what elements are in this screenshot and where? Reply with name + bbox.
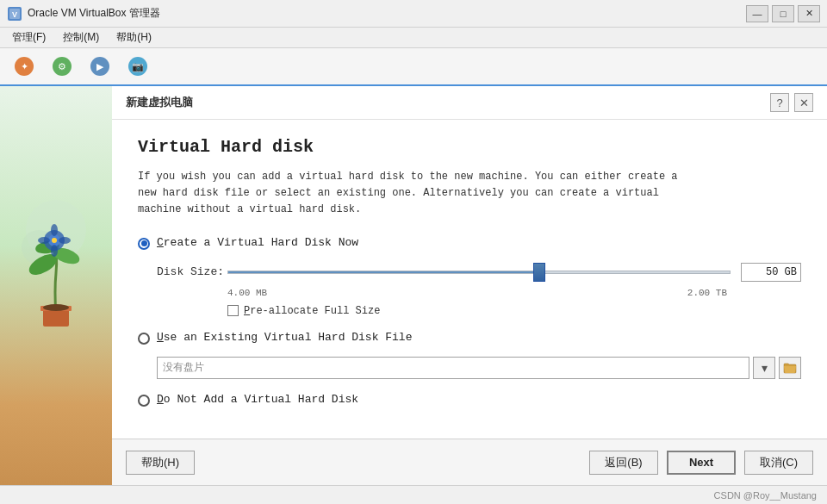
disk-size-section: Disk Size: 4.00 MB 2.00 TB <box>157 262 801 317</box>
sidebar-decoration <box>9 95 103 433</box>
title-bar: V Oracle VM VirtualBox 管理器 — □ ✕ <box>0 0 827 28</box>
main-area: 新建虚拟电脑 ? ✕ Virtual Hard disk If you wish… <box>0 86 827 485</box>
svg-text:V: V <box>12 10 17 19</box>
slider-thumb[interactable] <box>533 263 545 282</box>
dialog-header: 新建虚拟电脑 ? ✕ <box>112 86 827 120</box>
dialog-close-button[interactable]: ✕ <box>794 93 813 112</box>
start-icon: ▶ <box>90 57 109 76</box>
new-icon: ✦ <box>15 57 34 76</box>
toolbar-btn-3[interactable]: ▶ <box>83 51 117 82</box>
svg-point-14 <box>59 237 71 244</box>
radio-use-existing[interactable] <box>138 333 150 345</box>
option-no-disk-label[interactable]: Do Not Add a Virtual Hard Disk <box>157 393 358 406</box>
help-button[interactable]: 帮助(H) <box>126 451 195 475</box>
svg-point-11 <box>51 224 58 236</box>
snapshot-icon: 📷 <box>128 57 147 76</box>
minimize-button[interactable]: — <box>746 5 768 22</box>
plant-illustration <box>13 196 99 333</box>
cancel-button-label: 取消(C) <box>760 455 798 470</box>
pre-allocate-row: Pre-allocate Full Size <box>227 305 801 317</box>
disk-size-label: Disk Size: <box>157 265 217 278</box>
svg-point-13 <box>38 237 50 244</box>
toolbar-btn-2[interactable]: ⚙ <box>45 51 79 82</box>
back-button[interactable]: 返回(B) <box>589 451 658 475</box>
status-bar: CSDN @Roy__Mustang <box>0 485 827 504</box>
section-title: Virtual Hard disk <box>138 137 801 157</box>
dialog-header-buttons: ? ✕ <box>770 93 813 112</box>
status-text: CSDN @Roy__Mustang <box>714 490 817 501</box>
toolbar-btn-1[interactable]: ✦ <box>7 51 41 82</box>
back-button-label: 返回(B) <box>605 455 642 470</box>
menu-help[interactable]: 帮助(H) <box>108 28 160 47</box>
sidebar <box>0 86 112 485</box>
cancel-button[interactable]: 取消(C) <box>744 451 813 475</box>
maximize-button[interactable]: □ <box>772 5 794 22</box>
slider-min-label: 4.00 MB <box>227 288 267 298</box>
menu-manage[interactable]: 管理(F) <box>3 28 54 47</box>
dialog-body: Virtual Hard disk If you wish you can ad… <box>112 120 827 439</box>
option-create-new-row: Create a Virtual Hard Disk Now <box>138 236 801 250</box>
section-description: If you wish you can add a virtual hard d… <box>138 169 801 219</box>
close-button[interactable]: ✕ <box>798 5 820 22</box>
footer-right: 返回(B) Next 取消(C) <box>589 451 813 475</box>
window-controls: — □ ✕ <box>746 5 820 22</box>
slider-max-label: 2.00 TB <box>687 288 727 298</box>
next-button-label: Next <box>689 456 713 469</box>
menu-control[interactable]: 控制(M) <box>54 28 108 47</box>
radio-create-new[interactable] <box>138 238 150 250</box>
toolbar: ✦ ⚙ ▶ 📷 <box>0 48 827 86</box>
app-icon: V <box>7 6 22 22</box>
next-button[interactable]: Next <box>667 451 736 475</box>
svg-point-10 <box>52 238 57 243</box>
dropdown-folder-button[interactable] <box>779 357 801 379</box>
pre-allocate-checkbox[interactable] <box>227 305 239 316</box>
app-title: Oracle VM VirtualBox 管理器 <box>28 6 746 21</box>
option-create-new-label[interactable]: Create a Virtual Hard Disk Now <box>157 236 358 249</box>
dialog-help-button[interactable]: ? <box>770 93 789 112</box>
toolbar-btn-4[interactable]: 📷 <box>121 51 155 82</box>
option-use-existing-row: Use an Existing Virtual Hard Disk File <box>138 331 801 345</box>
option-no-disk-row: Do Not Add a Virtual Hard Disk <box>138 393 801 407</box>
radio-no-disk[interactable] <box>138 395 150 407</box>
menu-bar: 管理(F) 控制(M) 帮助(H) <box>0 28 827 48</box>
existing-disk-dropdown[interactable]: 没有盘片 <box>157 357 749 379</box>
pre-allocate-label[interactable]: Pre-allocate Full Size <box>244 305 380 317</box>
dropdown-arrow-button[interactable]: ▾ <box>753 357 775 379</box>
folder-icon <box>783 362 797 374</box>
dialog-content: 新建虚拟电脑 ? ✕ Virtual Hard disk If you wish… <box>112 86 827 485</box>
help-button-label: 帮助(H) <box>141 455 179 470</box>
settings-icon: ⚙ <box>53 57 72 76</box>
disk-size-row: Disk Size: <box>157 262 801 283</box>
svg-point-17 <box>43 304 69 311</box>
slider-range: 4.00 MB 2.00 TB <box>227 288 727 298</box>
slider-track <box>227 271 731 274</box>
disk-size-input[interactable] <box>741 263 801 282</box>
disk-size-slider-container <box>227 262 731 283</box>
slider-fill <box>228 271 539 273</box>
dialog-title: 新建虚拟电脑 <box>126 95 193 110</box>
footer-left: 帮助(H) <box>126 451 581 475</box>
dialog-footer: 帮助(H) 返回(B) Next 取消(C) <box>112 439 827 485</box>
existing-disk-row: 没有盘片 ▾ <box>157 357 801 379</box>
svg-point-12 <box>51 245 58 257</box>
option-use-existing-label[interactable]: Use an Existing Virtual Hard Disk File <box>157 331 412 344</box>
